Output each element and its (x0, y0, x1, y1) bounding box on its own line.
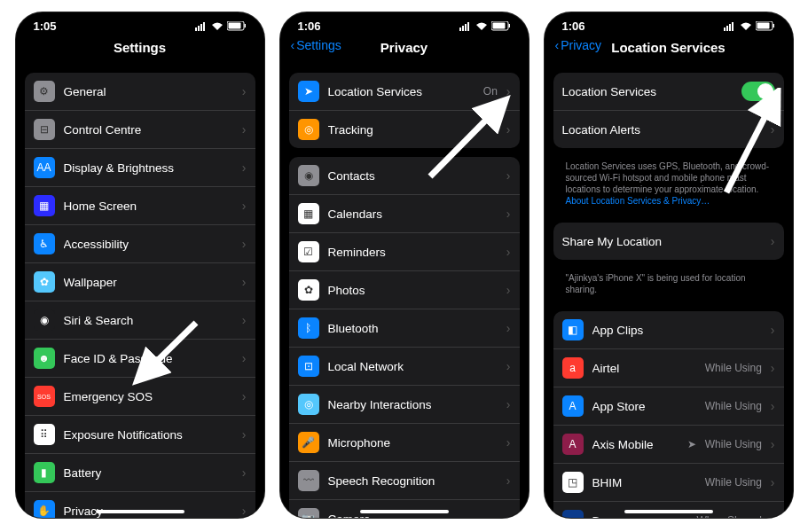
row-label: Display & Brightness (64, 161, 233, 175)
svg-rect-19 (732, 22, 733, 31)
svg-rect-14 (508, 24, 510, 27)
privacy-group-location: ➤Location ServicesOn›◎Tracking› (289, 73, 520, 148)
list-item[interactable]: 〰Speech Recognition› (289, 461, 520, 499)
svg-rect-3 (203, 22, 205, 31)
row-label: Exposure Notifications (64, 428, 233, 442)
list-item[interactable]: 📷Camera› (289, 499, 520, 518)
back-button[interactable]: ‹ Privacy (555, 38, 602, 52)
chevron-right-icon: › (771, 399, 775, 413)
list-item[interactable]: ✋Privacy› (25, 491, 255, 518)
status-bar: 1:05 (16, 12, 264, 35)
row-label: Contacts (328, 169, 498, 183)
row-icon: ◧ (562, 319, 584, 340)
list-item[interactable]: ▮Battery› (25, 453, 255, 491)
row-icon: borzo (562, 510, 584, 518)
svg-rect-13 (492, 23, 505, 29)
row-detail: While Using (705, 362, 762, 374)
list-item[interactable]: ☻Face ID & Passcode› (25, 339, 255, 377)
svg-rect-17 (726, 26, 728, 31)
chevron-right-icon: › (771, 234, 775, 248)
list-item[interactable]: ◎Tracking› (289, 110, 520, 148)
row-label: Control Centre (64, 123, 233, 137)
location-alerts-row[interactable]: Location Alerts › (553, 110, 784, 148)
chevron-right-icon: › (242, 84, 247, 98)
row-label: Calendars (328, 207, 498, 221)
status-time: 1:06 (562, 20, 585, 33)
list-item[interactable]: AADisplay & Brightness› (25, 148, 255, 186)
share-location-row[interactable]: Share My Location › (553, 223, 784, 260)
row-label: Nearby Interactions (328, 398, 498, 411)
row-icon: 〰 (298, 470, 319, 491)
svg-rect-9 (462, 26, 464, 31)
row-icon: ◳ (562, 472, 584, 493)
status-bar: 1:06 (545, 12, 793, 35)
list-item[interactable]: ♿︎Accessibility› (25, 224, 255, 262)
chevron-right-icon: › (506, 283, 511, 297)
list-item[interactable]: ◎Nearby Interactions› (289, 385, 520, 423)
nav-bar: ‹ Settings Privacy (280, 35, 529, 65)
chevron-right-icon: › (771, 513, 775, 518)
list-item[interactable]: ◉Siri & Search› (25, 301, 255, 339)
list-item[interactable]: 🎤Microphone› (289, 423, 520, 461)
list-item[interactable]: ⚙︎General› (25, 73, 255, 110)
row-label: Microphone (328, 436, 498, 450)
phone-settings: 1:05 Settings ⚙︎General›⊟Control Centre›… (16, 12, 264, 518)
list-item[interactable]: SOSEmergency SOS› (25, 377, 255, 415)
list-item[interactable]: ✿Wallpaper› (25, 262, 255, 301)
list-item[interactable]: ▦Home Screen› (25, 186, 255, 224)
list-item[interactable]: ◧App Clips› (553, 311, 784, 348)
list-item[interactable]: ◳BHIMWhile Using› (553, 463, 784, 501)
page-title: Privacy (380, 40, 428, 55)
row-icon: ◉ (34, 309, 55, 331)
row-detail: While Using (705, 476, 762, 489)
privacy-link[interactable]: About Location Services & Privacy… (566, 196, 710, 206)
row-label: Borzo (592, 514, 688, 519)
svg-rect-5 (228, 23, 240, 29)
list-item[interactable]: ⠿Exposure Notifications› (25, 415, 255, 453)
list-item[interactable]: AApp StoreWhile Using› (553, 387, 784, 425)
chevron-right-icon: › (506, 321, 511, 335)
row-label: Local Network (328, 360, 498, 373)
privacy-group-data: ◉Contacts›▦Calendars›☑︎Reminders›✿Photos… (289, 157, 520, 518)
row-label: Bluetooth (328, 322, 498, 335)
chevron-right-icon: › (242, 275, 247, 289)
content-area: Location Services Location Alerts › Loca… (545, 64, 793, 518)
chevron-right-icon: › (506, 122, 511, 137)
row-icon: ☻ (34, 348, 55, 369)
chevron-right-icon: › (242, 237, 247, 251)
list-item[interactable]: ⊟Control Centre› (25, 110, 255, 148)
chevron-right-icon: › (506, 245, 511, 259)
content-area: ⚙︎General›⊟Control Centre›AADisplay & Br… (16, 64, 264, 518)
chevron-right-icon: › (506, 168, 511, 183)
row-icon: 🎤 (298, 432, 319, 453)
list-item[interactable]: ◉Contacts› (289, 157, 520, 194)
row-label: Photos (328, 284, 498, 297)
row-label: Home Screen (64, 200, 233, 213)
chevron-right-icon: › (506, 473, 511, 488)
row-icon: ☑︎ (298, 241, 319, 262)
list-item[interactable]: ➤Location ServicesOn› (289, 73, 520, 110)
chevron-right-icon: › (771, 437, 775, 451)
location-services-toggle-row[interactable]: Location Services (553, 73, 784, 110)
list-item[interactable]: ✿Photos› (289, 270, 520, 309)
row-detail: While Using (705, 400, 762, 412)
back-button[interactable]: ‹ Settings (291, 38, 341, 52)
share-location-group: Share My Location › (553, 223, 784, 260)
list-item[interactable]: ᛒBluetooth› (289, 309, 520, 347)
toggle-switch-on[interactable] (741, 82, 775, 101)
chevron-right-icon: › (506, 359, 511, 373)
page-title: Location Services (611, 40, 725, 55)
svg-rect-22 (773, 24, 774, 27)
chevron-right-icon: › (242, 122, 247, 137)
list-item[interactable]: ☑︎Reminders› (289, 232, 520, 270)
chevron-right-icon: › (242, 427, 247, 442)
list-item[interactable]: ⊡Local Network› (289, 347, 520, 385)
chevron-right-icon: › (771, 361, 775, 375)
row-detail: While Using (705, 438, 762, 450)
row-icon: ▮ (34, 462, 55, 483)
list-item[interactable]: ▦Calendars› (289, 194, 520, 232)
list-item[interactable]: AAxis Mobile➤While Using› (553, 425, 784, 463)
list-item[interactable]: aAirtelWhile Using› (553, 348, 784, 387)
row-icon: A (562, 395, 584, 417)
page-title: Settings (114, 40, 166, 55)
